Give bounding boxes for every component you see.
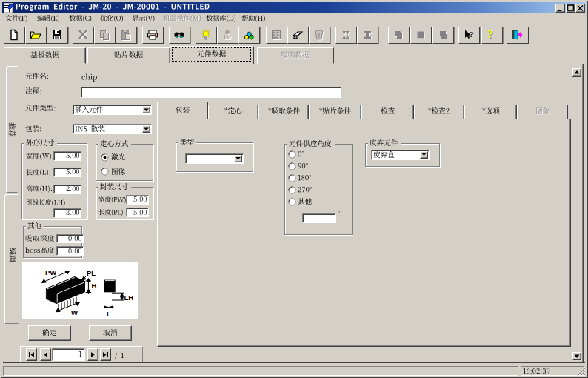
svg-text:L: L: [107, 310, 111, 318]
svg-text:?: ?: [487, 29, 493, 40]
svg-text:W: W: [71, 308, 78, 316]
svg-text:?: ?: [470, 30, 474, 39]
svg-text:H: H: [92, 282, 97, 290]
svg-text:PL: PL: [87, 269, 96, 277]
svg-text:PW: PW: [45, 268, 56, 276]
svg-text:LH: LH: [124, 294, 134, 302]
